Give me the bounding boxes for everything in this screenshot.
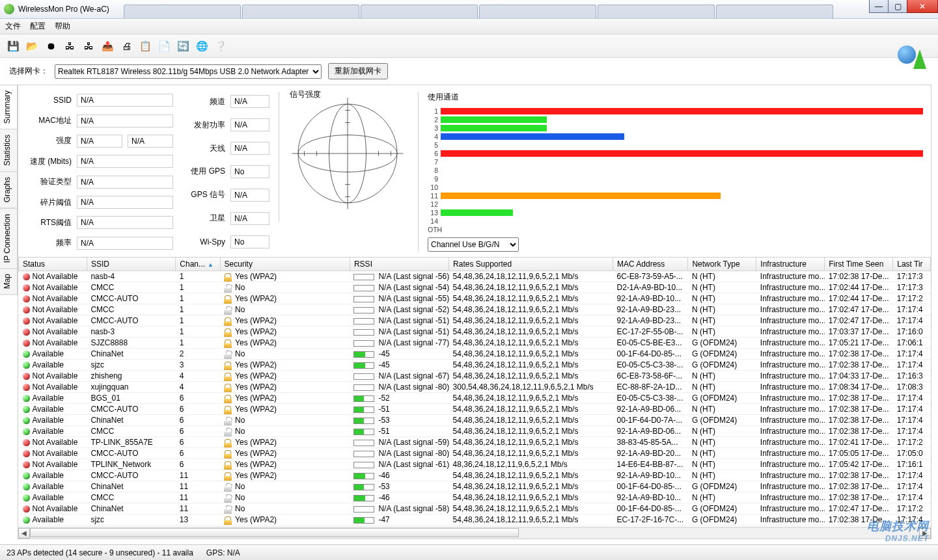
table-cell: CMCC: [87, 426, 175, 437]
table-cell: N (HT): [688, 327, 756, 338]
channel-row: 8: [428, 166, 923, 174]
table-row[interactable]: Not AvailableTPLINK_Network6Yes (WPA2)N/…: [19, 459, 931, 470]
table-cell: Infrastructure mo...: [756, 503, 825, 514]
speed-label: 速度 (Mbits): [26, 156, 72, 167]
table-cell: 17:16:1: [893, 459, 931, 470]
table-cell: 17:17:4: [893, 426, 931, 437]
copy-icon[interactable]: 📋: [137, 38, 153, 54]
column-header[interactable]: SSID: [87, 258, 175, 271]
lock-closed-icon: [224, 472, 232, 480]
table-cell: N (HT): [688, 492, 756, 503]
table-row[interactable]: AvailableCMCC-AUTO6Yes (WPA2)-5154,48,36…: [19, 404, 931, 415]
maximize-button[interactable]: ▢: [888, 0, 907, 13]
ap-list-table[interactable]: StatusSSIDChan...▲SecurityRSSIRates Supp…: [18, 257, 931, 527]
column-header[interactable]: Chan...▲: [176, 258, 220, 271]
table-row[interactable]: Not AvailableCMCC1NoN/A (Last signal -52…: [19, 304, 931, 315]
table-row[interactable]: Not AvailableTP-LINK_855A7E6Yes (WPA2)N/…: [19, 437, 931, 448]
tab-ip-connection[interactable]: IP Connection: [0, 208, 18, 269]
table-cell: E0-05-C5-BE-E3...: [613, 338, 687, 349]
column-header[interactable]: First Time Seen: [825, 258, 893, 271]
column-header[interactable]: Rates Supported: [449, 258, 613, 271]
table-cell: 17:05:21 17-De...: [825, 338, 893, 349]
table-row[interactable]: Not AvailableCMCC-AUTO1Yes (WPA2)N/A (La…: [19, 315, 931, 327]
record-icon[interactable]: ⏺: [43, 38, 59, 54]
table-row[interactable]: AvailableCMCC-AUTO11Yes (WPA2)-4654,48,3…: [19, 470, 931, 481]
info-mid: 频道 N/A 发射功率 N/A 天线 N/A 使用 GPS No GPS 信号 …: [182, 92, 269, 252]
table-row[interactable]: Not AvailableSJZC88881Yes (WPA2)N/A (Las…: [19, 338, 931, 349]
column-header[interactable]: Security: [220, 258, 350, 271]
table-row[interactable]: Not Availablenasb-31Yes (WPA2)N/A (Last …: [19, 327, 931, 338]
adapter-label: 选择网卡：: [9, 66, 48, 77]
lock-open-icon: [224, 284, 232, 292]
status-dot-icon: [23, 351, 30, 358]
channel-number: 14: [428, 217, 441, 225]
table-row[interactable]: Not Availablenasb-41Yes (WPA2)N/A (Last …: [19, 271, 931, 282]
table-row[interactable]: AvailableCMCC11No-4654,48,36,24,18,12,11…: [19, 492, 931, 503]
table-cell: 17:17:4: [893, 415, 931, 426]
txpower-label: 发射功率: [182, 120, 225, 131]
channel-band-select[interactable]: Channel Use B/G/N: [428, 237, 519, 252]
table-row[interactable]: Not AvailableChinaNet11NoN/A (Last signa…: [19, 503, 931, 514]
refresh-icon[interactable]: 🔄: [175, 38, 191, 54]
table-row[interactable]: Availablesjzc3Yes (WPA2)-4554,48,36,24,1…: [19, 360, 931, 371]
table-cell: 00-1F-64-D0-85-...: [613, 349, 687, 360]
table-cell: 17:06:1: [893, 338, 931, 349]
table-row[interactable]: Not Availablexujingquan4Yes (WPA2)N/A (L…: [19, 382, 931, 393]
table-cell: 1: [176, 304, 220, 315]
doc-icon[interactable]: 📄: [156, 38, 172, 54]
column-header[interactable]: Infrastructure: [756, 258, 825, 271]
reload-adapter-button[interactable]: 重新加载网卡: [328, 63, 388, 79]
help-icon[interactable]: ❔: [213, 38, 228, 54]
menu-config[interactable]: 配置: [30, 21, 46, 32]
horizontal-scrollbar[interactable]: ◀ ▶: [18, 527, 931, 539]
column-header[interactable]: Status: [19, 258, 87, 271]
lock-closed-icon: [224, 406, 232, 414]
open-icon[interactable]: 📂: [24, 38, 40, 54]
save-icon[interactable]: 💾: [5, 38, 21, 54]
table-cell: Infrastructure mo...: [756, 470, 825, 481]
adapter-select[interactable]: Realtek RTL8187 Wireless 802.11b/g 54Mbp…: [55, 64, 322, 79]
table-row[interactable]: Availablesjzc13Yes (WPA2)-4754,48,36,24,…: [19, 514, 931, 526]
status-dot-icon: [23, 384, 30, 391]
table-row[interactable]: Not AvailableCMCC-AUTO6Yes (WPA2)N/A (La…: [19, 448, 931, 459]
table-cell: 54,48,36,24,18,12,11,9,6,5,2,1 Mb/s: [449, 371, 613, 382]
lock-open-icon: [224, 351, 232, 358]
table-row[interactable]: AvailableChinaNet6No-5354,48,36,24,18,12…: [19, 415, 931, 426]
minimize-button[interactable]: —: [869, 0, 889, 13]
menu-file[interactable]: 文件: [5, 21, 21, 32]
close-button[interactable]: ✕: [907, 0, 938, 13]
table-cell: 17:17:4: [893, 393, 931, 404]
column-header[interactable]: RSSI: [350, 258, 448, 271]
lock-closed-icon: [224, 395, 232, 403]
export-icon[interactable]: 📤: [100, 38, 115, 54]
tab-map[interactable]: Map: [0, 268, 18, 295]
table-row[interactable]: AvailableChinaNet2No-4554,48,36,24,18,12…: [19, 349, 931, 360]
table-cell: 300,54,48,36,24,18,12,11,9,6,5,2,1 Mb/s: [449, 382, 613, 393]
column-header[interactable]: Network Type: [688, 258, 756, 271]
tab-statistics[interactable]: Statistics: [0, 129, 18, 172]
table-cell: CMCC-AUTO: [87, 448, 175, 459]
menu-help[interactable]: 帮助: [55, 21, 70, 32]
lock-open-icon: [224, 428, 232, 436]
column-header[interactable]: Last Tir: [893, 258, 931, 271]
print-icon[interactable]: 🖨: [118, 38, 134, 54]
net-adapter-icon[interactable]: 🖧: [62, 38, 77, 54]
tab-graphs[interactable]: Graphs: [0, 171, 18, 208]
table-row[interactable]: AvailableCMCC6No-5154,48,36,24,18,12,11,…: [19, 426, 931, 437]
table-row[interactable]: AvailableBGS_016Yes (WPA2)-5254,48,36,24…: [19, 393, 931, 404]
table-row[interactable]: Not AvailableCMCC-AUTO1Yes (WPA2)N/A (La…: [19, 293, 931, 304]
antenna-value: N/A: [230, 142, 269, 155]
table-cell: nasb-4: [87, 271, 175, 282]
table-row[interactable]: Not Availablezhisheng4Yes (WPA2)N/A (Las…: [19, 371, 931, 382]
column-header[interactable]: MAC Address: [613, 258, 687, 271]
table-row[interactable]: AvailableChinaNet11No-5354,48,36,24,18,1…: [19, 481, 931, 492]
scroll-left-button[interactable]: ◀: [18, 528, 30, 539]
table-cell: 6C-E8-73-58-6F-...: [613, 371, 687, 382]
scroll-thumb[interactable]: [30, 528, 519, 537]
net-scan-icon[interactable]: 🖧: [81, 38, 96, 54]
tab-summary[interactable]: Summary: [0, 85, 18, 129]
table-row[interactable]: Not AvailableCMCC1NoN/A (Last signal -54…: [19, 282, 931, 293]
rssi-bar-icon: [353, 440, 374, 446]
globe-icon[interactable]: 🌐: [194, 38, 210, 54]
table-cell: 92-1A-A9-BD-10...: [613, 470, 687, 481]
